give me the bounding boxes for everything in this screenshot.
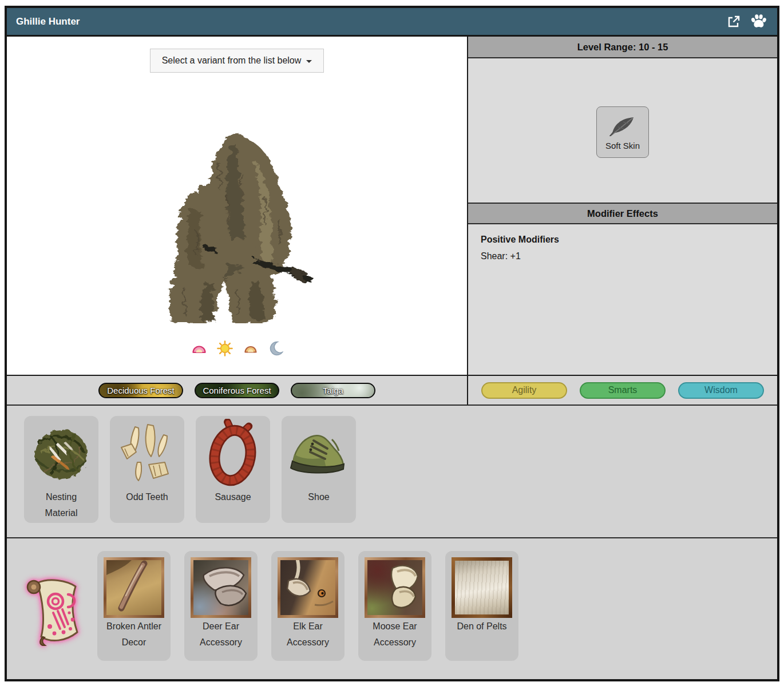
pill-row: Deciduous Forest Coniferous Forest Taiga… xyxy=(7,375,777,405)
ghillie-hunter-window: Ghillie Hunter Select a xyxy=(5,6,779,681)
positive-modifiers-title: Positive Modifiers xyxy=(481,235,765,245)
odd-teeth-image xyxy=(112,419,182,489)
ghillie-hunter-illustration xyxy=(151,129,323,326)
variant-panel: Select a variant from the list below xyxy=(7,37,468,375)
deer-ear-accessory-image xyxy=(191,557,251,618)
drop-label: Nesting Material xyxy=(24,489,98,521)
drop-label: Sausage xyxy=(196,489,270,505)
sunrise-icon xyxy=(191,341,207,356)
sunset-icon xyxy=(243,341,259,356)
nesting-material-image xyxy=(26,419,96,489)
header: Ghillie Hunter xyxy=(7,8,777,37)
external-link-icon[interactable] xyxy=(726,14,741,29)
stat-row: Agility Smarts Wisdom xyxy=(468,376,777,405)
personality-card-soft-skin[interactable]: Soft Skin xyxy=(596,106,649,158)
recipes-section: Broken Antler Decor Deer Ear Accessory xyxy=(7,537,777,679)
recipe-card-moose-ear-accessory[interactable]: Moose Ear Accessory xyxy=(358,551,431,661)
day-icon xyxy=(217,340,233,356)
recipe-scroll-icon[interactable] xyxy=(7,573,97,647)
stat-label: Smarts xyxy=(608,385,638,395)
night-icon xyxy=(268,340,283,356)
biome-row: Deciduous Forest Coniferous Forest Taiga xyxy=(7,376,468,405)
shoe-image xyxy=(284,419,354,489)
biome-button-coniferous-forest[interactable]: Coniferous Forest xyxy=(195,383,279,398)
elk-ear-accessory-image xyxy=(278,557,338,618)
personality-area: Soft Skin xyxy=(468,58,777,203)
personality-label: Soft Skin xyxy=(605,141,640,150)
biome-label: Taiga xyxy=(323,386,343,395)
drop-card-nesting-material[interactable]: Nesting Material xyxy=(24,416,98,523)
biome-label: Coniferous Forest xyxy=(203,386,271,395)
recipe-label: Elk Ear Accessory xyxy=(271,618,345,650)
moose-ear-accessory-image xyxy=(365,557,425,618)
variant-select-dropdown[interactable]: Select a variant from the list below xyxy=(150,49,324,73)
paw-icon[interactable] xyxy=(750,14,767,29)
recipe-label: Broken Antler Decor xyxy=(97,618,171,650)
page-title: Ghillie Hunter xyxy=(16,16,80,27)
details-panel: Level Range: 10 - 15 Soft Skin Modifier … xyxy=(468,37,777,375)
drop-card-shoe[interactable]: Shoe xyxy=(282,416,356,523)
drop-label: Odd Teeth xyxy=(110,489,184,505)
drop-card-odd-teeth[interactable]: Odd Teeth xyxy=(110,416,184,523)
recipe-card-deer-ear-accessory[interactable]: Deer Ear Accessory xyxy=(184,551,258,661)
recipe-card-den-of-pelts[interactable]: Den of Pelts xyxy=(445,551,518,661)
recipe-label: Moose Ear Accessory xyxy=(358,618,431,650)
broken-antler-decor-image xyxy=(104,557,164,618)
stat-button-smarts[interactable]: Smarts xyxy=(580,382,666,399)
stat-label: Wisdom xyxy=(704,385,738,395)
caret-down-icon xyxy=(306,60,312,63)
stat-label: Agility xyxy=(512,385,537,395)
drops-section: Nesting Material Odd Teet xyxy=(7,405,777,537)
header-actions xyxy=(726,14,767,29)
biome-button-deciduous-forest[interactable]: Deciduous Forest xyxy=(98,383,183,398)
stat-button-wisdom[interactable]: Wisdom xyxy=(678,382,764,399)
den-of-pelts-image xyxy=(452,557,512,618)
recipe-cards: Broken Antler Decor Deer Ear Accessory xyxy=(97,551,518,661)
stat-button-agility[interactable]: Agility xyxy=(481,382,567,399)
recipe-label: Deer Ear Accessory xyxy=(184,618,258,650)
drop-card-sausage[interactable]: Sausage xyxy=(196,416,270,523)
modifier-effects-body: Positive Modifiers Shear: +1 xyxy=(468,224,777,375)
variant-select-label: Select a variant from the list below xyxy=(162,55,302,66)
level-range-header: Level Range: 10 - 15 xyxy=(468,37,777,58)
recipe-label: Den of Pelts xyxy=(445,618,518,635)
time-of-day-row xyxy=(191,340,283,356)
recipe-card-elk-ear-accessory[interactable]: Elk Ear Accessory xyxy=(271,551,345,661)
biome-button-taiga[interactable]: Taiga xyxy=(291,383,375,398)
modifier-line: Shear: +1 xyxy=(481,251,765,261)
biome-label: Deciduous Forest xyxy=(107,386,175,395)
modifier-effects-header: Modifier Effects xyxy=(468,203,777,224)
feather-icon xyxy=(609,114,636,138)
main-area: Select a variant from the list below xyxy=(7,37,777,375)
sausage-image xyxy=(198,419,268,489)
recipe-card-broken-antler-decor[interactable]: Broken Antler Decor xyxy=(97,551,171,661)
drop-label: Shoe xyxy=(282,489,356,505)
